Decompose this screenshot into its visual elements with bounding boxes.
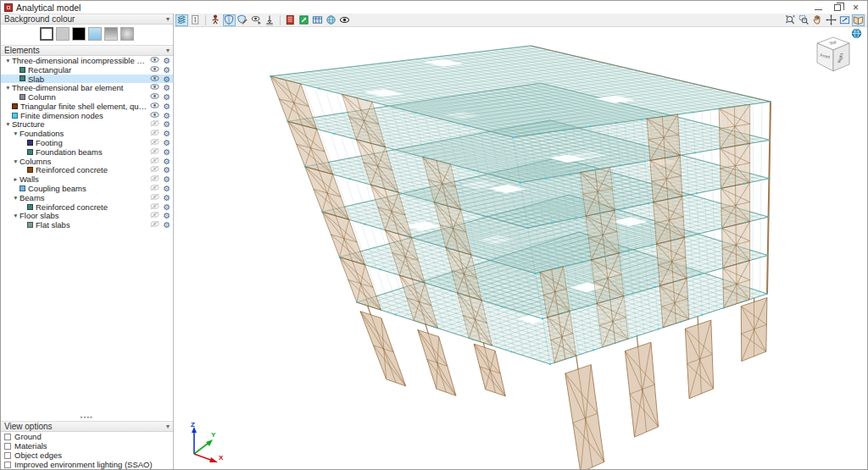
tree-item-coupling-beams[interactable]: Coupling beams⚙ xyxy=(1,184,173,193)
background-colour-header[interactable]: Background colour ▾ xyxy=(1,14,173,25)
chevron-down-icon[interactable]: ▾ xyxy=(4,57,12,64)
tree-item-flat-slabs[interactable]: Flat slabs⚙ xyxy=(1,220,173,229)
eye-select-icon[interactable] xyxy=(250,14,263,26)
pan-icon[interactable] xyxy=(811,14,824,26)
gear-icon[interactable]: ⚙ xyxy=(163,57,170,64)
checkbox[interactable] xyxy=(4,434,11,440)
eye-slash-icon[interactable] xyxy=(150,184,159,193)
tree-item-footing[interactable]: Footing⚙ xyxy=(1,138,173,147)
checkbox[interactable] xyxy=(4,452,11,459)
eye-slash-icon[interactable] xyxy=(150,138,159,147)
panel-splitter[interactable]: ▪▪▪▪ xyxy=(1,414,173,421)
tree-item-triangular-finite-shell-element-quadrati[interactable]: Triangular finite shell element, quadrat… xyxy=(1,102,173,111)
tree-item-three-dimensional-bar-element[interactable]: ▾Three-dimensional bar element⚙ xyxy=(1,83,173,92)
restore-button[interactable] xyxy=(834,3,841,12)
chevron-down-icon[interactable]: ▾ xyxy=(12,194,19,202)
fit-window-icon[interactable] xyxy=(838,14,851,26)
tree-item-slab[interactable]: Slab⚙ xyxy=(1,75,173,84)
eye-slash-icon[interactable] xyxy=(150,165,159,174)
eye-icon[interactable] xyxy=(150,75,159,84)
zoom-window-icon[interactable] xyxy=(798,14,810,26)
eye-icon[interactable] xyxy=(150,111,159,120)
gear-icon[interactable]: ⚙ xyxy=(163,130,170,137)
bg-swatch-light-grey[interactable] xyxy=(56,27,70,41)
gear-icon[interactable]: ⚙ xyxy=(163,194,170,202)
gear-icon[interactable]: ⚙ xyxy=(163,148,170,156)
visibility-icon[interactable] xyxy=(338,14,351,26)
close-button[interactable]: × xyxy=(853,3,859,12)
support-icon[interactable] xyxy=(264,14,276,26)
tree-item-floor-slabs[interactable]: ▾Floor slabs⚙ xyxy=(1,212,173,221)
eye-slash-icon[interactable] xyxy=(150,147,159,157)
book-icon[interactable] xyxy=(852,14,865,26)
gear-icon[interactable]: ⚙ xyxy=(163,203,170,211)
view-option-object-edges[interactable]: Object edges xyxy=(1,451,173,460)
bg-swatch-white[interactable] xyxy=(40,27,53,41)
gear-icon[interactable]: ⚙ xyxy=(163,120,170,128)
gear-icon[interactable]: ⚙ xyxy=(163,102,170,110)
checkbox[interactable] xyxy=(4,462,11,468)
tree-item-structure[interactable]: ▾Structure⚙ xyxy=(1,120,173,130)
export-green-icon[interactable] xyxy=(298,14,310,26)
gear-icon[interactable]: ⚙ xyxy=(163,166,170,174)
orbit-icon[interactable] xyxy=(825,14,837,26)
minimize-button[interactable] xyxy=(815,3,822,12)
tree-item-foundation-beams[interactable]: Foundation beams⚙ xyxy=(1,147,173,157)
chevron-down-icon[interactable]: ▾ xyxy=(4,84,12,91)
tree-item-rectangular[interactable]: Rectangular⚙ xyxy=(1,65,173,75)
structural-model-render[interactable] xyxy=(174,27,867,469)
gear-icon[interactable]: ⚙ xyxy=(163,84,170,91)
checkbox[interactable] xyxy=(4,443,11,450)
shield-edit-icon[interactable] xyxy=(236,14,249,26)
eye-slash-icon[interactable] xyxy=(150,193,159,202)
eye-icon[interactable] xyxy=(150,92,159,102)
chevron-right-icon[interactable]: ▸ xyxy=(12,175,19,183)
shield-icon[interactable] xyxy=(223,14,236,26)
tree-item-foundations[interactable]: ▾Foundations⚙ xyxy=(1,129,173,138)
tree-item-reinforced-concrete[interactable]: Reinforced concrete⚙ xyxy=(1,166,173,175)
bg-swatch-grey-radial[interactable] xyxy=(120,27,134,41)
view-options-header[interactable]: View options ▾ xyxy=(1,421,173,432)
gear-icon[interactable]: ⚙ xyxy=(163,175,170,183)
chevron-down-icon[interactable]: ▾ xyxy=(12,130,19,137)
gear-icon[interactable]: ⚙ xyxy=(163,66,170,74)
bg-swatch-sky-gradient[interactable] xyxy=(88,27,102,41)
chevron-down-icon[interactable]: ▾ xyxy=(12,158,19,165)
loads-book-icon[interactable] xyxy=(284,14,297,26)
eye-slash-icon[interactable] xyxy=(150,220,159,229)
chevron-down-icon[interactable]: ▾ xyxy=(4,120,12,128)
tree-item-reinforced-concrete[interactable]: Reinforced concrete⚙ xyxy=(1,202,173,212)
eye-slash-icon[interactable] xyxy=(150,119,159,129)
tree-item-finite-dimension-nodes[interactable]: Finite dimension nodes⚙ xyxy=(1,111,173,120)
bg-swatch-grey-gradient[interactable] xyxy=(104,27,118,41)
tree-item-three-dimensional-incompressible-bar-ele[interactable]: ▾Three-dimensional incompressible bar el… xyxy=(1,56,173,65)
globe-mesh-icon[interactable] xyxy=(325,14,337,26)
document-info-icon[interactable] xyxy=(189,14,202,26)
gear-icon[interactable]: ⚙ xyxy=(163,112,170,119)
gear-icon[interactable]: ⚙ xyxy=(163,212,170,219)
mini-globe-icon[interactable] xyxy=(851,27,862,38)
zoom-extents-icon[interactable] xyxy=(784,14,797,26)
tree-item-columns[interactable]: ▾Columns⚙ xyxy=(1,157,173,166)
tree-item-walls[interactable]: ▸Walls⚙ xyxy=(1,174,173,184)
eye-slash-icon[interactable] xyxy=(150,157,159,166)
gear-icon[interactable]: ⚙ xyxy=(163,221,170,229)
eye-slash-icon[interactable] xyxy=(150,129,159,138)
person-scale-icon[interactable] xyxy=(209,14,222,26)
eye-slash-icon[interactable] xyxy=(150,202,159,212)
gear-icon[interactable]: ⚙ xyxy=(163,93,170,101)
eye-icon[interactable] xyxy=(150,65,159,75)
gear-icon[interactable]: ⚙ xyxy=(163,139,170,147)
bg-swatch-black[interactable] xyxy=(72,27,86,41)
view-option-materials[interactable]: Materials xyxy=(1,441,173,451)
tree-item-column[interactable]: Column⚙ xyxy=(1,92,173,102)
elements-header[interactable]: Elements ▾ xyxy=(1,45,173,56)
tables-icon[interactable] xyxy=(311,14,324,26)
view-cube[interactable]: Top Front Right xyxy=(810,34,857,76)
eye-slash-icon[interactable] xyxy=(150,211,159,220)
view-option-improved-environment-lighting-[interactable]: Improved environment lighting (SSAO) xyxy=(1,460,173,469)
gear-icon[interactable]: ⚙ xyxy=(163,158,170,165)
view-option-ground[interactable]: Ground xyxy=(1,432,173,441)
3d-viewport[interactable]: Top Front Right Z Y X xyxy=(174,27,867,469)
layers-icon[interactable] xyxy=(175,14,188,26)
